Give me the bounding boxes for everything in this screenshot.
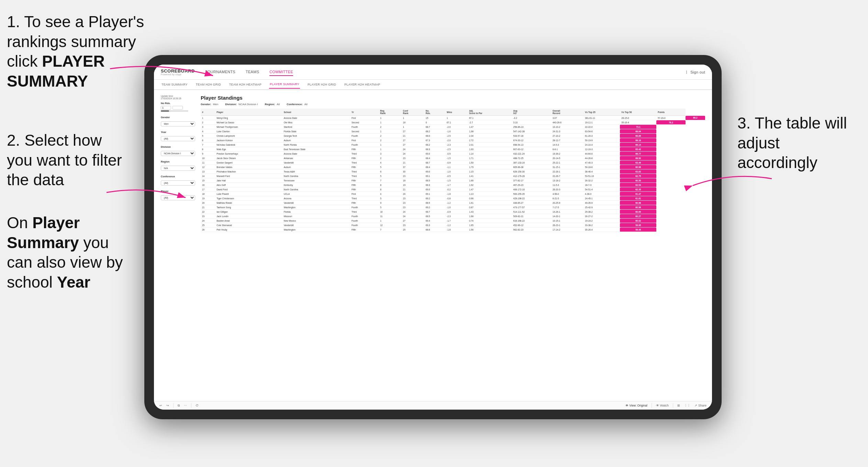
table-cell-19-8: 1.61 (468, 201, 512, 205)
table-cell-9-3: Fifth (350, 156, 379, 160)
table-cell-12-5: 30 (402, 169, 424, 174)
table-cell-12-3: Third (350, 169, 379, 174)
table-cell-5-3: First (350, 138, 379, 143)
table-cell-13-7: -0.5 (445, 174, 468, 178)
table-cell-10-11: 47-40-3 (583, 160, 620, 165)
filter-conference: Conference: All (287, 103, 308, 106)
table-cell-21-2: Florida (282, 210, 350, 214)
more-btn[interactable]: ⋯ (184, 404, 187, 407)
table-cell-1-1: Michael La Sasso (215, 120, 282, 125)
table-cell-13-1: Maxwell Ford (215, 174, 282, 178)
rds-max-input[interactable] (173, 106, 183, 110)
table-row: 21Taehoon SongWashingtonFourth52369.2-1.… (201, 205, 705, 210)
table-cell-16-3: Fifth (350, 187, 379, 192)
table-cell-23-2: New Mexico (282, 219, 350, 223)
view-label[interactable]: 👁 View: Original (625, 404, 647, 407)
conference-filter-value: All (304, 103, 308, 106)
table-cell-18-10: 8-21-5 (551, 196, 583, 201)
division-filter-label: Division: (225, 103, 237, 106)
layout-btn[interactable]: ⊞ (677, 404, 680, 407)
table-cell-16-9: 406-172-16 (512, 187, 551, 192)
table-cell-19-2: Vanderbilt (282, 201, 350, 205)
table-cell-14-0: 15 (201, 178, 215, 183)
separator-4 (673, 403, 673, 408)
gender-select[interactable]: Men Women (161, 121, 195, 126)
table-cell-19-6: 68.5 (424, 201, 445, 205)
table-cell-2-4: 2 (379, 125, 401, 129)
copy-btn[interactable]: ⧉ (178, 404, 180, 408)
table-cell-21-6: 68.7 (424, 210, 445, 214)
table-cell-0-9: -3.2 (512, 116, 551, 120)
table-cell-16-12: 62.35 (620, 187, 656, 192)
year-label: Year (161, 131, 195, 134)
clock-btn[interactable]: ⏱ (196, 404, 199, 407)
table-cell-2-12: 73.1 (620, 125, 656, 129)
table-cell-9-4: 2 (379, 156, 401, 160)
table-cell-4-5: 21 (402, 134, 424, 138)
region-select[interactable]: N/A All (161, 166, 195, 171)
table-cell-17-0: 18 (201, 192, 215, 196)
table-cell-2-6: 68.7 (424, 125, 445, 129)
table-cell-10-7: -0.9 (445, 160, 468, 165)
table-cell-23-7: -1.7 (445, 219, 468, 223)
no-rds-section: No Rds. (161, 102, 195, 112)
sign-out-link[interactable]: Sign out (690, 69, 705, 76)
table-cell-11-6: 68.4 (424, 165, 445, 169)
table-row: 14Maxwell FordNorth CarolinaThird52369.1… (201, 174, 705, 178)
table-cell-2-8: 1.47 (468, 125, 512, 129)
table-row: 11Gordon SargentVanderbiltThird42168.7-0… (201, 160, 705, 165)
table-row: 1Wenyi DingArizona StateFirst1115167.1-3… (201, 116, 705, 120)
table-cell-25-7: -1.8 (445, 227, 468, 232)
table-cell-16-7: -0.2 (445, 187, 468, 192)
table-cell-19-1: Matthew Riedel (215, 201, 282, 205)
nav-teams[interactable]: TEAMS (246, 68, 259, 76)
col-yr: Yr (350, 109, 379, 116)
table-row: 15Jake HallTennesseeFifth71868.5-1.51.66… (201, 178, 705, 183)
table-cell-6-4: 1 (379, 143, 401, 147)
sub-nav-player-h2h-grid[interactable]: PLAYER H2H GRID (307, 81, 337, 88)
table-cell-20-3: Fourth (350, 205, 379, 210)
table-cell-8-4: 3 (379, 152, 401, 156)
gender-section: Gender Men Women (161, 116, 195, 126)
table-cell-22-11: 26-27-2 (583, 214, 620, 219)
table-cell-25-2: Washington (282, 227, 350, 232)
table-cell-5-12: 68.18 (620, 138, 656, 143)
table-cell-25-3: Fifth (350, 227, 379, 232)
table-cell-23-9: 616-168-22 (512, 219, 551, 223)
table-cell-24-4: 12 (379, 223, 401, 227)
sub-nav-player-h2h-heatmap[interactable]: PLAYER H2H HEATMAP (344, 81, 381, 88)
table-row: 18Luke PowellUCLAFirst42469.1-1.81.13500… (201, 192, 705, 196)
table-cell-3-8: 1.98 (468, 129, 512, 134)
table-row: 22Ian GilliganFloridaThird102468.7-0.91.… (201, 210, 705, 214)
col-no-rds: No.Rds. (424, 109, 445, 116)
col-reg-rank: RegRank (379, 109, 401, 116)
division-select[interactable]: NCAA Division I NCAA Division II NCAA Di… (161, 151, 195, 156)
table-cell-20-1: Taehoon Song (215, 205, 282, 210)
table-row: 16Alex GoffKentuckyFifth81968.3-1.71.924… (201, 183, 705, 187)
table-cell-6-7: -2.3 (445, 143, 468, 147)
table-cell-20-6: 69.2 (424, 205, 445, 210)
table-cell-0-6: 15 (424, 116, 445, 120)
header-right: | Sign out (686, 69, 705, 76)
no-rds-label: No Rds. (161, 102, 195, 105)
undo-btn[interactable]: ↩ (159, 404, 162, 407)
table-cell-13-12: 62.75 (620, 174, 656, 178)
share-btn[interactable]: ↗ Share (694, 404, 706, 407)
nav-committee[interactable]: COMMITTEE (269, 68, 293, 76)
table-cell-7-9: 607-63-12 (512, 147, 551, 152)
rds-min-input[interactable] (161, 106, 171, 110)
col-vs-top25: Vs Top 25 (583, 109, 620, 116)
rds-slider[interactable] (161, 110, 188, 112)
table-cell-1-2: Ole Miss (282, 120, 350, 125)
year-select[interactable]: (All) First Second Third Fourth Fifth (161, 136, 195, 141)
redo-btn[interactable]: ↪ (166, 404, 169, 407)
sub-nav-team-h2h-heatmap[interactable]: TEAM H2H HEATMAP (229, 81, 262, 88)
dots-btn[interactable]: ⋮⋮ (684, 404, 690, 407)
sub-nav-player-summary[interactable]: PLAYER SUMMARY (269, 80, 300, 89)
table-cell-8-0: 9 (201, 152, 215, 156)
table-cell-21-1: Ian Gilligan (215, 210, 282, 214)
table-cell-22-6: 68.5 (424, 214, 445, 219)
watch-btn[interactable]: 👁 Watch (656, 404, 669, 407)
table-row: 10Jacob Skov OlesenArkansasFifth22368.4-… (201, 156, 705, 160)
table-cell-16-5: 21 (402, 187, 424, 192)
